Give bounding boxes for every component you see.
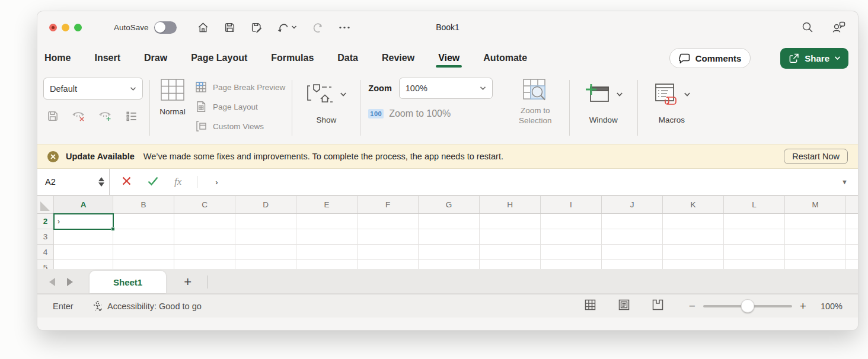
cell-G5[interactable] (419, 260, 480, 269)
cell-A4[interactable] (54, 245, 113, 260)
cell-D4[interactable] (235, 245, 296, 260)
cell-D3[interactable] (235, 229, 296, 245)
tab-data[interactable]: Data (336, 46, 359, 70)
autosave-toggle[interactable] (154, 21, 177, 34)
cell-B5[interactable] (113, 260, 174, 269)
cell-D5[interactable] (235, 260, 296, 269)
minimize-window-button[interactable] (62, 24, 69, 31)
normal-view-button[interactable]: Normal (159, 78, 186, 138)
accept-entry-button[interactable] (147, 176, 159, 188)
cell-C2[interactable] (174, 214, 235, 229)
cell-J3[interactable] (602, 229, 663, 245)
cell-C3[interactable] (174, 229, 235, 245)
cell-J2[interactable] (602, 214, 663, 229)
row-header-3[interactable]: 3 (37, 229, 54, 245)
cell-H5[interactable] (480, 260, 541, 269)
exit-sheet-view-button[interactable] (72, 110, 86, 125)
cell-L4[interactable] (724, 245, 785, 260)
add-sheet-button[interactable]: + (184, 275, 192, 289)
tab-home[interactable]: Home (43, 46, 72, 70)
expand-formula-bar-button[interactable]: ▼ (841, 178, 858, 185)
row-header-2[interactable]: 2 (37, 214, 54, 229)
new-sheet-view-button[interactable] (98, 110, 113, 125)
zoom-window-button[interactable] (74, 24, 82, 31)
column-header-J[interactable]: J (602, 196, 663, 213)
accessibility-checker[interactable]: Accessibility: Good to go (92, 300, 202, 312)
cell-I4[interactable] (541, 245, 602, 260)
update-dismiss-icon[interactable] (47, 151, 59, 162)
cell-D2[interactable] (235, 214, 296, 229)
more-commands-button[interactable] (338, 21, 351, 34)
redo-button[interactable] (311, 21, 324, 34)
zoom-slider-thumb[interactable] (741, 299, 754, 313)
cell-G4[interactable] (419, 245, 480, 260)
comments-button[interactable]: Comments (669, 48, 751, 68)
cell-A5[interactable] (54, 260, 113, 269)
sheet-tab-sheet1[interactable]: Sheet1 (90, 271, 166, 293)
cell-F4[interactable] (358, 245, 419, 260)
show-group[interactable]: Show (299, 78, 353, 138)
name-box-spinner[interactable] (98, 177, 104, 187)
zoom-in-button[interactable]: + (800, 300, 806, 312)
cell-I2[interactable] (541, 214, 602, 229)
cell-M5[interactable] (785, 260, 846, 269)
normal-view-status-button[interactable] (584, 299, 596, 313)
column-header-I[interactable]: I (541, 196, 602, 213)
row-header-5[interactable]: 5 (37, 260, 54, 269)
save-button[interactable] (224, 21, 236, 34)
cell-B2[interactable] (113, 214, 174, 229)
cell-A2[interactable] (54, 214, 113, 229)
tab-view[interactable]: View (437, 46, 461, 70)
page-break-status-button[interactable] (652, 299, 664, 313)
column-header-E[interactable]: E (296, 196, 358, 213)
cell-F2[interactable] (358, 214, 419, 229)
cell-I3[interactable] (541, 229, 602, 245)
cell-K3[interactable] (663, 229, 724, 245)
formula-content[interactable]: › (215, 178, 218, 187)
home-button[interactable] (197, 21, 209, 34)
restart-now-button[interactable]: Restart Now (784, 149, 848, 164)
cell-F3[interactable] (358, 229, 419, 245)
cell-E5[interactable] (296, 260, 358, 269)
fill-handle[interactable] (111, 227, 115, 231)
cell-J4[interactable] (602, 245, 663, 260)
prev-sheet-arrow[interactable] (49, 278, 55, 286)
cell-M2[interactable] (785, 214, 846, 229)
column-header-C[interactable]: C (174, 196, 235, 213)
custom-views-button[interactable]: Custom Views (194, 118, 285, 134)
tab-automate[interactable]: Automate (482, 46, 528, 70)
undo-button[interactable] (277, 21, 297, 34)
cell-C5[interactable] (174, 260, 235, 269)
cell-A3[interactable] (54, 229, 113, 245)
presence-button[interactable] (832, 21, 846, 34)
cell-F5[interactable] (358, 260, 419, 269)
cell-J5[interactable] (602, 260, 663, 269)
window-group[interactable]: Window (576, 78, 631, 138)
column-header-M[interactable]: M (785, 196, 846, 213)
column-header-H[interactable]: H (480, 196, 541, 213)
zoom-to-100-button[interactable]: 100 Zoom to 100% (368, 108, 492, 119)
row-header-4[interactable]: 4 (37, 245, 54, 260)
tab-insert[interactable]: Insert (93, 46, 122, 70)
column-header-L[interactable]: L (724, 196, 785, 213)
cell-C4[interactable] (174, 245, 235, 260)
cell-L3[interactable] (724, 229, 785, 245)
cell-E2[interactable] (296, 214, 358, 229)
search-button[interactable] (801, 21, 814, 34)
cell-B3[interactable] (113, 229, 174, 245)
cell-M4[interactable] (785, 245, 846, 260)
zoom-dropdown[interactable]: 100% (399, 78, 493, 99)
close-window-button[interactable] (49, 24, 57, 31)
cancel-entry-button[interactable] (122, 176, 132, 188)
cell-E4[interactable] (296, 245, 358, 260)
sheet-view-options-button[interactable] (125, 110, 138, 125)
insert-function-button[interactable]: fx (174, 176, 181, 188)
macros-group[interactable]: Macros (644, 78, 699, 138)
column-header-F[interactable]: F (358, 196, 419, 213)
share-button[interactable]: Share (780, 48, 848, 69)
column-header-D[interactable]: D (235, 196, 296, 213)
cell-G2[interactable] (419, 214, 480, 229)
tab-review[interactable]: Review (381, 46, 416, 70)
zoom-out-button[interactable]: − (689, 300, 695, 312)
column-header-A[interactable]: A (54, 196, 113, 213)
